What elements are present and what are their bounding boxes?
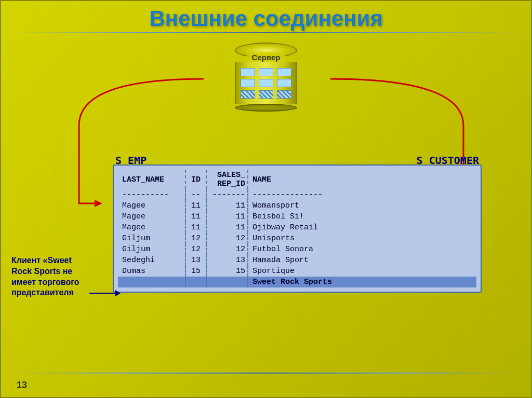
table-container: LAST_NAME ID SALES_REP_ID NAME ---------… <box>113 164 482 293</box>
table-separator-row: ---------- -- ------- --------------- <box>118 189 476 200</box>
db-cell <box>259 68 273 76</box>
cell-name-extra: Sweet Rock Sports <box>248 277 476 287</box>
sep-name: --------------- <box>248 189 476 200</box>
col-header-salesrepid: SALES_REP_ID <box>206 170 248 189</box>
table-row: Giljum 12 12 Futbol Sonora <box>118 244 476 255</box>
cell-lastname-empty <box>118 277 185 287</box>
cylinder: Сервер <box>235 43 297 112</box>
sep-lastname: ---------- <box>118 189 185 200</box>
db-cell <box>277 68 291 76</box>
cell-lastname: Dumas <box>118 266 185 277</box>
cell-name: Sportique <box>248 266 476 277</box>
bottom-decorative-line <box>11 373 521 374</box>
cell-salesrepid: 12 <box>206 244 248 255</box>
slide: Внешние соединения Сервер <box>0 0 532 398</box>
cell-salesrepid: 11 <box>206 200 248 211</box>
cell-id: 12 <box>185 233 206 244</box>
cell-name: Unisports <box>248 233 476 244</box>
cell-lastname: Magee <box>118 222 185 233</box>
svg-marker-0 <box>95 200 102 207</box>
table-row-extra: Sweet Rock Sports <box>118 277 476 287</box>
cylinder-row-2 <box>238 79 294 87</box>
cell-id: 11 <box>185 211 206 222</box>
cell-name: Womansport <box>248 200 476 211</box>
db-cell <box>241 79 255 87</box>
cell-salesrepid: 11 <box>206 222 248 233</box>
cell-id: 12 <box>185 244 206 255</box>
cell-salesrepid: 12 <box>206 233 248 244</box>
table-row: Sedeghi 13 13 Hamada Sport <box>118 255 476 266</box>
cell-lastname: Giljum <box>118 233 185 244</box>
annotation-arrow <box>89 288 121 298</box>
annotation-text: Клиент «Sweet Rock Sports не имеет торго… <box>11 255 92 298</box>
top-decorative-line <box>11 32 521 33</box>
cell-lastname: Sedeghi <box>118 255 185 266</box>
cell-lastname: Magee <box>118 211 185 222</box>
table-header-row: LAST_NAME ID SALES_REP_ID NAME <box>118 170 476 189</box>
table-row: Magee 11 11 Beisbol Si! <box>118 211 476 222</box>
cell-id-empty <box>185 277 206 287</box>
server-label: Сервер <box>247 52 286 62</box>
table-row: Giljum 12 12 Unisports <box>118 233 476 244</box>
db-cell-hatched <box>277 90 291 99</box>
cell-salesrepid-empty <box>206 277 248 287</box>
cell-salesrepid: 13 <box>206 255 248 266</box>
db-cell-hatched <box>241 90 255 99</box>
cylinder-row-3 <box>238 90 294 99</box>
cylinder-bottom <box>235 104 297 112</box>
sep-salesrepid: ------- <box>206 189 248 200</box>
cylinder-body <box>235 62 297 104</box>
cell-id: 11 <box>185 222 206 233</box>
svg-marker-3 <box>115 290 121 296</box>
server-diagram: Сервер <box>235 43 297 112</box>
col-header-id: ID <box>185 170 206 189</box>
cell-name: Hamada Sport <box>248 255 476 266</box>
table-row: Magee 11 11 Womansport <box>118 200 476 211</box>
db-cell <box>241 68 255 76</box>
table-row: Dumas 15 15 Sportique <box>118 266 476 277</box>
db-cell <box>277 79 291 87</box>
page-number: 13 <box>17 380 27 391</box>
cell-id: 11 <box>185 200 206 211</box>
cell-name: Futbol Sonora <box>248 244 476 255</box>
db-cell-hatched <box>259 90 273 99</box>
cell-id: 13 <box>185 255 206 266</box>
cell-name: Ojibway Retail <box>248 222 476 233</box>
cell-salesrepid: 15 <box>206 266 248 277</box>
cell-lastname: Magee <box>118 200 185 211</box>
data-table: LAST_NAME ID SALES_REP_ID NAME ---------… <box>118 170 476 287</box>
slide-title: Внешние соединения <box>1 6 531 31</box>
sep-id: -- <box>185 189 206 200</box>
table-row: Magee 11 11 Ojibway Retail <box>118 222 476 233</box>
db-cell <box>259 79 273 87</box>
cell-name: Beisbol Si! <box>248 211 476 222</box>
col-header-name: NAME <box>248 170 476 189</box>
cylinder-row-1 <box>238 68 294 76</box>
cell-lastname: Giljum <box>118 244 185 255</box>
col-header-lastname: LAST_NAME <box>118 170 185 189</box>
cell-id: 15 <box>185 266 206 277</box>
cell-salesrepid: 11 <box>206 211 248 222</box>
